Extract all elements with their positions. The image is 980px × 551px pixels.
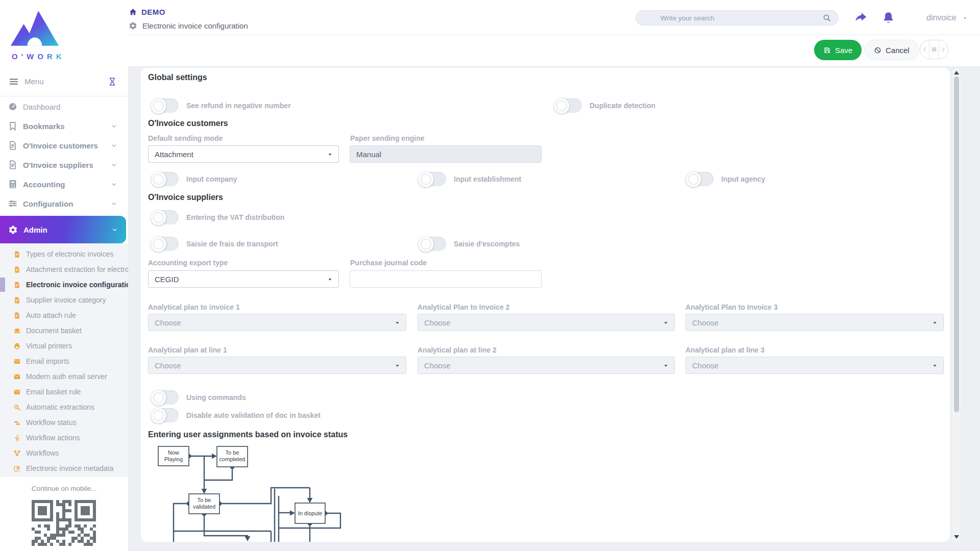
admin-submenu-item[interactable]: Email imports <box>0 354 128 369</box>
toggle-row: Entering the VAT distribution <box>151 210 284 225</box>
analytical-plan-invoice-2-select[interactable]: Choose <box>418 314 675 331</box>
admin-submenu-item[interactable]: Attachment extraction for electroni <box>0 262 128 277</box>
flow-node-in-dispute: In dispute <box>295 503 325 523</box>
svg-text:Playing: Playing <box>164 456 183 462</box>
select-value: Choose <box>155 318 181 327</box>
discounts-toggle[interactable] <box>419 237 446 251</box>
purchase-journal-code-input[interactable] <box>350 270 542 288</box>
duplicate-detection-toggle[interactable] <box>554 98 582 113</box>
doc-icon <box>13 296 21 304</box>
toggle-label: Duplicate detection <box>590 102 655 110</box>
admin-submenu-item[interactable]: Electronic invoice configuration <box>0 277 128 292</box>
field-label: Analytical Plan to Invoice 3 <box>685 303 778 311</box>
sidebar-nav-item[interactable]: Configuration <box>0 194 128 213</box>
paper-sending-engine-input[interactable] <box>350 145 542 163</box>
field-label: Purchase journal code <box>350 259 427 267</box>
see-refund-toggle[interactable] <box>151 98 179 113</box>
chevron-down-icon <box>111 142 117 149</box>
toggle-label: Disable auto validation of doc in basket <box>186 411 321 419</box>
share-icon[interactable] <box>854 11 868 24</box>
admin-submenu-item[interactable]: Workflow status <box>0 415 128 430</box>
field-label: Paper sending engine <box>350 134 424 142</box>
chevron-right-icon <box>940 46 946 53</box>
transport-fees-toggle[interactable] <box>151 237 179 251</box>
admin-submenu-item[interactable]: Virtual printers <box>0 338 128 354</box>
cancel-button[interactable]: Cancel <box>864 40 919 60</box>
user-menu[interactable]: dinvoice <box>926 13 968 22</box>
admin-submenu-item[interactable]: Workflow actions <box>0 430 128 445</box>
bell-icon[interactable] <box>881 11 895 24</box>
admin-submenu-item[interactable]: Automatic extractions <box>0 399 128 415</box>
section-title-global: Global settings <box>148 73 207 82</box>
search-input[interactable] <box>660 11 814 25</box>
toggle-row: Input establishment <box>419 171 521 187</box>
envelope-icon <box>13 358 21 365</box>
analytical-plan-invoice-3-select[interactable]: Choose <box>685 314 944 331</box>
admin-submenu-item[interactable]: Document basket <box>0 323 128 338</box>
sidebar-nav-item[interactable]: Dashboard <box>0 97 128 116</box>
search-bar <box>635 10 839 26</box>
analytical-plan-line-2-select[interactable]: Choose <box>418 357 675 374</box>
record-pager <box>920 40 948 59</box>
user-menu-label: dinvoice <box>926 13 957 22</box>
admin-submenu-item[interactable]: Workflows <box>0 445 128 461</box>
disable-auto-validation-toggle[interactable] <box>151 408 179 422</box>
breadcrumb-secondary: Electronic invoice configuration <box>129 21 248 30</box>
admin-submenu-item[interactable]: Auto attach rule <box>0 308 128 323</box>
envelope-icon <box>13 388 21 396</box>
admin-submenu-item[interactable]: Types of electronic invoices <box>0 246 128 262</box>
sidebar-nav-item[interactable]: Accounting <box>0 174 128 194</box>
input-company-toggle[interactable] <box>151 172 179 186</box>
admin-submenu-item[interactable]: Modern auth email server <box>0 369 128 384</box>
scrollbar-up-arrow[interactable] <box>954 71 959 74</box>
svg-text:To be: To be <box>226 449 239 456</box>
menu-divider <box>0 96 128 96</box>
scrollbar-down-arrow[interactable] <box>954 535 959 539</box>
select-value: Choose <box>424 318 451 327</box>
scrollbar-thumb[interactable] <box>954 77 959 412</box>
chevron-down-icon <box>111 123 117 130</box>
caret-down-icon <box>327 151 333 158</box>
input-establishment-toggle[interactable] <box>419 172 446 186</box>
sidebar-nav-item[interactable]: O'Invoice suppliers <box>0 155 128 174</box>
analytical-plan-invoice-1-select[interactable]: Choose <box>148 314 406 331</box>
analytical-plan-line-1-select[interactable]: Choose <box>148 357 406 374</box>
pager-list-button[interactable] <box>929 40 938 59</box>
analytical-plan-line-3-select[interactable]: Choose <box>685 357 944 374</box>
default-sending-mode-select[interactable]: Attachment <box>148 145 339 163</box>
svg-text:In dispute: In dispute <box>298 510 323 516</box>
vat-distribution-toggle[interactable] <box>151 210 179 224</box>
doc-icon <box>13 312 21 319</box>
scrollbar[interactable] <box>952 68 961 542</box>
sidebar-menu-toggle[interactable]: Menu <box>0 67 128 96</box>
chevron-down-icon <box>111 227 118 233</box>
caret-down-icon <box>932 319 938 326</box>
sliders-icon <box>8 198 18 209</box>
search-icon[interactable] <box>822 13 831 22</box>
envelope-icon <box>13 373 21 381</box>
sidebar-nav-item[interactable]: Bookmarks <box>0 116 128 136</box>
brand-logo: O'WORK <box>8 4 64 61</box>
admin-submenu-item[interactable]: Email basket rule <box>0 384 128 399</box>
file-icon <box>8 160 18 170</box>
sidebar-nav-item[interactable]: O'Invoice customers <box>0 136 128 155</box>
select-value: CEGID <box>155 275 179 284</box>
accounting-export-type-select[interactable]: CEGID <box>148 270 339 288</box>
toggle-row: Input agency <box>686 171 765 187</box>
bookmark-icon <box>8 121 18 131</box>
admin-submenu-item[interactable]: Supplier invoice category <box>0 292 128 308</box>
input-agency-toggle[interactable] <box>686 172 714 186</box>
svg-text:completed: completed <box>219 456 246 462</box>
diagram-icon <box>13 449 21 457</box>
sidebar-item-admin[interactable]: Admin <box>0 216 126 243</box>
admin-label: Admin <box>23 226 47 234</box>
hourglass-icon[interactable] <box>108 77 117 86</box>
breadcrumb-primary[interactable]: DEMO <box>129 8 165 16</box>
caret-down-icon <box>394 362 401 369</box>
save-button[interactable]: Save <box>814 40 862 60</box>
chevron-down-icon <box>111 201 117 207</box>
field-label: Analytical Plan to Invoice 2 <box>418 303 510 311</box>
doc-icon <box>13 266 21 273</box>
using-commands-toggle[interactable] <box>151 390 179 405</box>
admin-submenu-item[interactable]: Electronic invoice metadata <box>0 461 128 476</box>
